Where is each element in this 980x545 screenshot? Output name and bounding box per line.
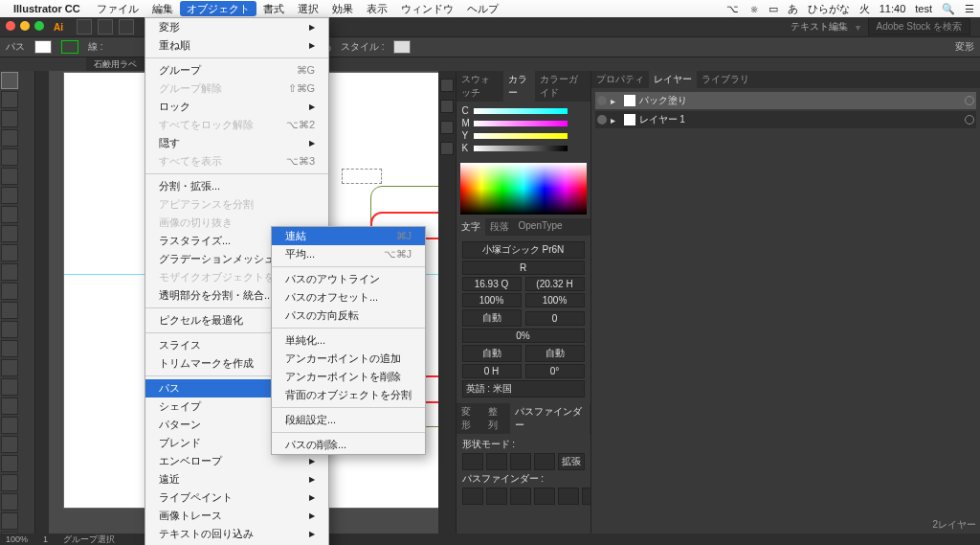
menu-ヘルプ[interactable]: ヘルプ	[460, 1, 505, 16]
color-spectrum[interactable]	[460, 163, 587, 215]
tab-align[interactable]: 整列	[483, 403, 510, 434]
menu-item[interactable]: 重ね順	[145, 36, 328, 55]
tool-3[interactable]	[1, 129, 18, 147]
workspace-label[interactable]: テキスト編集	[791, 20, 848, 34]
target-icon[interactable]	[965, 96, 974, 105]
kerning-field[interactable]: 自動	[462, 309, 522, 327]
vscale-field[interactable]: 100%	[525, 293, 585, 307]
expand-button[interactable]: 拡張	[558, 453, 585, 470]
clock-time[interactable]: 11:40	[880, 3, 906, 14]
tab-layers[interactable]: レイヤー	[649, 71, 697, 88]
ime-label[interactable]: ひらがな	[808, 2, 850, 16]
tab-color[interactable]: カラー	[503, 71, 536, 102]
notif-icon[interactable]: ☰	[965, 3, 974, 15]
menu-item[interactable]: アンカーポイントの追加	[272, 350, 425, 368]
pf-crop[interactable]	[534, 488, 555, 505]
tool-4[interactable]	[1, 148, 18, 166]
tab-properties[interactable]: プロパティ	[591, 71, 649, 88]
menu-編集[interactable]: 編集	[145, 1, 180, 16]
zoom-level[interactable]: 100%	[6, 534, 28, 544]
tab-paragraph[interactable]: 段落	[485, 218, 514, 236]
tool-5[interactable]	[1, 168, 18, 185]
dock-icon[interactable]	[440, 121, 454, 134]
shapemode-subtract[interactable]	[486, 453, 507, 470]
spotlight-icon[interactable]: 🔍	[942, 3, 955, 15]
tab-pathfinder[interactable]: パスファインダー	[510, 403, 590, 434]
menu-item[interactable]: 分割・拡張...	[145, 177, 328, 195]
font-size-field[interactable]: 16.93 Q	[462, 277, 522, 291]
tool-23[interactable]	[1, 512, 18, 530]
target-icon[interactable]	[965, 115, 974, 125]
tool-14[interactable]	[1, 340, 18, 357]
tool-12[interactable]	[1, 302, 18, 319]
tool-6[interactable]	[1, 187, 18, 204]
lock-icon[interactable]: ▸	[611, 96, 620, 106]
tool-17[interactable]	[1, 397, 18, 415]
collapsed-panel-left[interactable]	[34, 71, 49, 534]
menu-item[interactable]: ライブペイント	[145, 488, 328, 507]
tab-colorguide[interactable]: カラーガイド	[535, 71, 590, 102]
tab-swatches[interactable]: スウォッチ	[457, 71, 503, 102]
shapemode-exclude[interactable]	[534, 453, 555, 470]
tab-character[interactable]: 文字	[457, 218, 485, 236]
wifi-icon[interactable]: ⨳	[748, 3, 759, 14]
pf-divide[interactable]	[462, 488, 483, 505]
stroke-swatch[interactable]	[61, 40, 78, 54]
ime-icon[interactable]: あ	[788, 2, 798, 16]
dock-icon[interactable]	[440, 100, 454, 113]
tool-8[interactable]	[1, 225, 18, 242]
close-window-icon[interactable]	[6, 21, 15, 31]
visibility-icon[interactable]	[597, 96, 607, 105]
tool-15[interactable]	[1, 359, 18, 376]
tool-1[interactable]	[1, 91, 18, 108]
layer-name[interactable]: レイヤー 1	[639, 113, 685, 126]
battery-icon[interactable]: ▭	[768, 3, 778, 15]
menu-オブジェクト[interactable]: オブジェクト	[180, 1, 256, 16]
tool-2[interactable]	[1, 110, 18, 127]
menu-ファイル[interactable]: ファイル	[90, 1, 145, 16]
auto2-field[interactable]: 自動	[525, 345, 585, 362]
tool-16[interactable]	[1, 378, 18, 396]
tool-22[interactable]	[1, 493, 18, 511]
hscale-field[interactable]: 100%	[462, 293, 522, 307]
menu-item[interactable]: 隠す	[145, 134, 328, 152]
menu-選択[interactable]: 選択	[291, 1, 325, 16]
fill-swatch[interactable]	[34, 40, 52, 54]
pf-outline[interactable]	[558, 488, 579, 505]
tool-21[interactable]	[1, 474, 18, 491]
app-name[interactable]: Illustrator CC	[13, 3, 80, 14]
clock-day[interactable]: 火	[859, 2, 870, 16]
language-field[interactable]: 英語 : 米国	[462, 380, 585, 397]
menu-item[interactable]: パスのオフセット...	[272, 288, 425, 307]
arrange-icon[interactable]	[98, 19, 113, 34]
tool-19[interactable]	[1, 436, 18, 453]
menu-item[interactable]: 単純化...	[272, 331, 425, 350]
menu-item[interactable]: 平均...⌥⌘J	[272, 245, 425, 263]
auto-field[interactable]: 自動	[462, 345, 522, 362]
shapemode-unite[interactable]	[462, 453, 483, 470]
menu-item[interactable]: 段組設定...	[272, 411, 425, 429]
dock-icon[interactable]	[440, 142, 454, 155]
dock-icon[interactable]	[440, 79, 454, 92]
stock-search[interactable]: Adobe Stock を検索	[868, 18, 970, 35]
tool-11[interactable]	[1, 283, 18, 300]
menu-表示[interactable]: 表示	[360, 1, 394, 16]
color-Y-slider[interactable]	[474, 133, 568, 139]
menu-item[interactable]: 連結⌘J	[272, 227, 425, 245]
menu-item[interactable]: 変形	[145, 18, 328, 36]
menu-item[interactable]: パスの方向反転	[272, 307, 425, 325]
tab-transform[interactable]: 変形	[457, 403, 483, 434]
menu-item[interactable]: ロック	[145, 98, 328, 116]
zoom-window-icon[interactable]	[34, 21, 44, 31]
visibility-icon[interactable]	[597, 115, 607, 125]
color-K-slider[interactable]	[474, 146, 568, 151]
menu-item[interactable]: パスの削除...	[272, 436, 425, 454]
tab-libraries[interactable]: ライブラリ	[697, 71, 754, 88]
tool-20[interactable]	[1, 455, 18, 472]
baseline-field[interactable]: 0 H	[462, 364, 522, 378]
leading-field[interactable]: (20.32 H	[525, 277, 585, 291]
layer-name[interactable]: パック塗り	[639, 94, 687, 107]
color-C-slider[interactable]	[474, 108, 568, 114]
tool-9[interactable]	[1, 244, 18, 261]
lock-icon[interactable]: ▸	[611, 115, 620, 125]
